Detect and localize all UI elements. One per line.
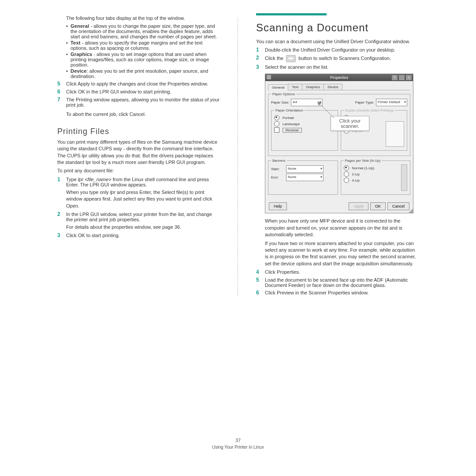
- bullet-text: • Text - allows you to specify the page …: [66, 40, 220, 51]
- nup-2-radio[interactable]: [344, 171, 349, 177]
- close-icon[interactable]: ×: [405, 74, 412, 81]
- accent-bar: [256, 13, 327, 15]
- scanning-intro: You can scan a document using the Unifie…: [256, 38, 419, 45]
- dialog-titlebar[interactable]: Properties ? ×: [265, 74, 413, 81]
- reverse-label: Reverse: [283, 128, 302, 133]
- tabs-intro: The following four tabs display at the t…: [66, 15, 220, 22]
- paper-options-legend: Paper Options: [271, 92, 296, 96]
- step-6: 6Click OK in the LPR GUI window to start…: [57, 89, 220, 95]
- sc-step-6: 6Click Preview in the Scanner Properties…: [256, 290, 419, 296]
- tab-device[interactable]: Device: [324, 84, 342, 90]
- tab-graphics[interactable]: Graphics: [302, 84, 324, 90]
- nup-legend: Pages per Side (N-Up): [344, 159, 382, 163]
- ok-button[interactable]: OK: [370, 202, 386, 210]
- sc-step-5: 5Load the document to be scanned face up…: [256, 277, 419, 288]
- sc-note-2: If you have two or more scanners attache…: [265, 240, 419, 268]
- page-footer: 37 Using Your Printer in Linux: [0, 438, 476, 450]
- nup-group: Pages per Side (N-Up) Normal (1-Up) 2-Up…: [341, 159, 411, 195]
- sc-note-1: When you have only one MFP device and it…: [265, 218, 419, 238]
- paper-type-label: Paper Type:: [355, 100, 374, 104]
- landscape-label: Landscape: [283, 122, 300, 126]
- nup-1-radio[interactable]: [344, 165, 349, 171]
- banner-start-label: Start:: [271, 167, 284, 171]
- to-print-line: To print any document file:: [57, 167, 220, 174]
- footer-text: Using Your Printer in Linux: [0, 445, 476, 450]
- dialog-app-icon: [267, 75, 271, 79]
- paper-size-label: Paper Size:: [271, 100, 289, 104]
- scanner-icon: [286, 55, 296, 62]
- paper-preview: [386, 121, 404, 147]
- paper-size-select[interactable]: A4: [291, 99, 322, 106]
- banner-end-label: End:: [271, 175, 284, 179]
- column-divider: [238, 18, 238, 296]
- sc-step-1: 1Double-click the Unified Driver Configu…: [256, 47, 419, 53]
- apply-button[interactable]: Apply: [349, 202, 368, 210]
- callout-box: Click your scanner.: [331, 116, 369, 131]
- dialog-title: Properties: [330, 75, 348, 80]
- tab-text[interactable]: Text: [288, 84, 302, 90]
- help-button[interactable]: Help: [269, 202, 287, 210]
- minimize-icon[interactable]: [398, 74, 405, 81]
- sc-step-2: 2Click the button to switch to Scanners …: [256, 55, 419, 62]
- landscape-radio[interactable]: [274, 121, 279, 126]
- sc-step-3: 3Select the scanner on the list.: [256, 64, 419, 70]
- nup-4-radio[interactable]: [344, 178, 349, 183]
- pf-step-3: 3Click OK to start printing.: [57, 232, 220, 238]
- abort-note: To abort the current job, click Cancel.: [66, 111, 220, 118]
- bullet-graphics: • Graphics - allows you to set image opt…: [66, 52, 220, 67]
- page-number: 37: [0, 438, 476, 443]
- duplex-legend: Duplex (Double-Sided Printing): [344, 108, 395, 112]
- bullet-general: • General - allows you to change the pap…: [66, 23, 220, 39]
- left-column: The following four tabs display at the t…: [57, 13, 220, 296]
- nup-scroll[interactable]: [401, 164, 407, 191]
- sc-step-4: 4Click Properties.: [256, 269, 419, 275]
- step-5: 5Click Apply to apply the changes and cl…: [57, 81, 220, 87]
- banner-end-select[interactable]: None: [286, 174, 324, 181]
- pf-step-1: 1 Type lpr <file_name> from the Linux sh…: [57, 176, 220, 187]
- scanning-heading: Scanning a Document: [256, 22, 419, 34]
- paper-type-select[interactable]: Printer Default: [376, 99, 407, 106]
- banner-start-select[interactable]: None: [286, 165, 324, 173]
- reverse-check[interactable]: [274, 127, 279, 133]
- printing-files-heading: Printing Files: [57, 127, 220, 136]
- properties-dialog: Properties ? × General Text Graphics Dev…: [265, 74, 413, 213]
- banners-group: Banners Start:None End:None: [268, 159, 338, 195]
- callout-text: Click your scanner.: [339, 118, 361, 129]
- orientation-legend: Paper Orientation: [274, 108, 305, 112]
- pf-step-2-detail: For details about the properties window,…: [66, 224, 220, 231]
- bullet-device: • Device: allows you to set the print re…: [66, 68, 220, 79]
- dialog-tabs: General Text Graphics Device: [268, 84, 410, 90]
- pf-step-1-detail: When you type only lpr and press Enter, …: [66, 189, 220, 209]
- right-column: Scanning a Document You can scan a docum…: [256, 13, 419, 296]
- cancel-button[interactable]: Cancel: [387, 202, 409, 210]
- tab-general[interactable]: General: [268, 84, 288, 90]
- portrait-radio[interactable]: [274, 115, 279, 120]
- help-icon[interactable]: ?: [391, 74, 398, 81]
- banners-legend: Banners: [271, 159, 287, 163]
- portrait-label: Portrait: [283, 116, 294, 120]
- resize-handle[interactable]: [409, 208, 413, 213]
- orientation-group: Paper Orientation Portrait Landscape Rev…: [271, 108, 338, 151]
- printing-files-para: You can print many different types of fi…: [57, 139, 220, 166]
- step-7: 7The Printing window appears, allowing y…: [57, 97, 220, 108]
- pf-step-2: 2In the LPR GUI window, select your prin…: [57, 211, 220, 222]
